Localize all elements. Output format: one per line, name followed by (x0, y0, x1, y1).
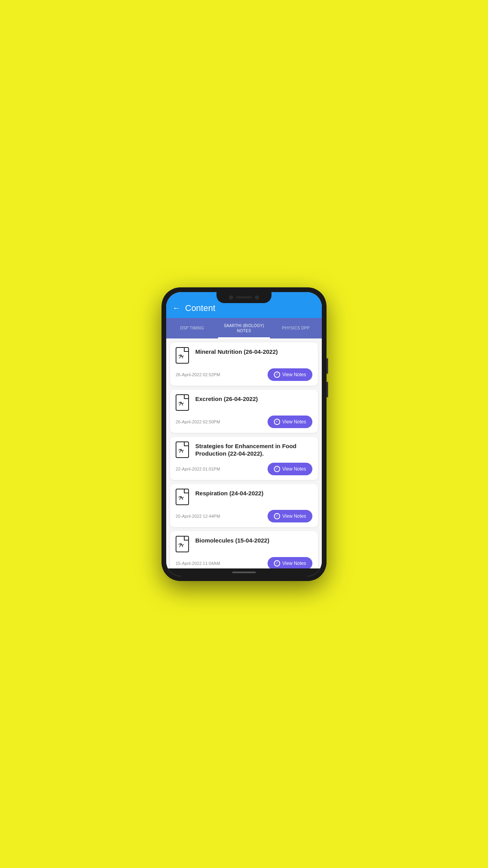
check-circle-icon-2 (274, 419, 280, 425)
tab-dsp-timing[interactable]: DSP TIMING (166, 318, 218, 338)
check-circle-icon-3 (274, 466, 280, 472)
phone-frame: ← Content DSP TIMING SAARTHI (BIOLOGY)NO… (161, 287, 327, 581)
back-button[interactable]: ← (172, 303, 180, 313)
speaker (236, 296, 252, 298)
view-notes-button-3[interactable]: View Notes (268, 463, 312, 475)
note-card-2: Excretion (26-04-2022) 26-April-2022 02:… (170, 390, 318, 433)
note-date-1: 26-April-2022 02:52PM (176, 372, 220, 377)
view-notes-button-5[interactable]: View Notes (268, 557, 312, 568)
svg-rect-1 (176, 395, 189, 410)
note-card-3: Strategies for Enhancement in Food Produ… (170, 437, 318, 480)
page-title: Content (185, 303, 215, 313)
note-title-3: Strategies for Enhancement in Food Produ… (195, 441, 312, 458)
note-title-1: Mineral Nutrition (26-04-2022) (195, 347, 278, 356)
volume-button (327, 382, 328, 397)
home-indicator (232, 572, 256, 573)
front-camera (229, 296, 233, 300)
note-date-5: 15-April-2022 11:04AM (176, 561, 220, 566)
pdf-icon-5 (176, 536, 191, 553)
view-notes-button-4[interactable]: View Notes (268, 510, 312, 522)
notes-list: Mineral Nutrition (26-04-2022) 26-April-… (166, 338, 322, 568)
front-sensor (255, 296, 259, 300)
svg-rect-4 (176, 536, 189, 552)
check-circle-icon-5 (274, 560, 280, 566)
home-bar (166, 568, 322, 576)
note-date-2: 26-April-2022 02:50PM (176, 419, 220, 424)
notch (216, 292, 272, 303)
pdf-icon-1 (176, 347, 191, 364)
check-circle-icon-4 (274, 513, 280, 519)
note-card-4: Respiration (24-04-2022) 20-April-2022 1… (170, 484, 318, 527)
pdf-icon-3 (176, 441, 191, 459)
tab-saarthi-biology[interactable]: SAARTHI (BIOLOGY)NOTES (218, 318, 270, 338)
note-date-4: 20-April-2022 12:44PM (176, 514, 220, 519)
tab-physics-dpp[interactable]: PHYSICS DPP (270, 318, 322, 338)
power-button (327, 358, 328, 374)
phone-screen: ← Content DSP TIMING SAARTHI (BIOLOGY)NO… (166, 292, 322, 576)
note-title-5: Biomolecules (15-04-2022) (195, 536, 269, 544)
svg-rect-3 (176, 489, 189, 505)
note-title-2: Excretion (26-04-2022) (195, 394, 258, 403)
note-card-1: Mineral Nutrition (26-04-2022) 26-April-… (170, 342, 318, 386)
tab-bar: DSP TIMING SAARTHI (BIOLOGY)NOTES PHYSIC… (166, 318, 322, 338)
view-notes-button-1[interactable]: View Notes (268, 368, 312, 381)
pdf-icon-4 (176, 489, 191, 506)
note-title-4: Respiration (24-04-2022) (195, 489, 263, 497)
note-card-5: Biomolecules (15-04-2022) 15-April-2022 … (170, 531, 318, 568)
check-circle-icon-1 (274, 371, 280, 378)
note-date-3: 22-April-2022 01:01PM (176, 467, 220, 471)
svg-rect-0 (176, 348, 189, 363)
svg-rect-2 (176, 442, 189, 458)
pdf-icon-2 (176, 394, 191, 412)
view-notes-button-2[interactable]: View Notes (268, 416, 312, 428)
